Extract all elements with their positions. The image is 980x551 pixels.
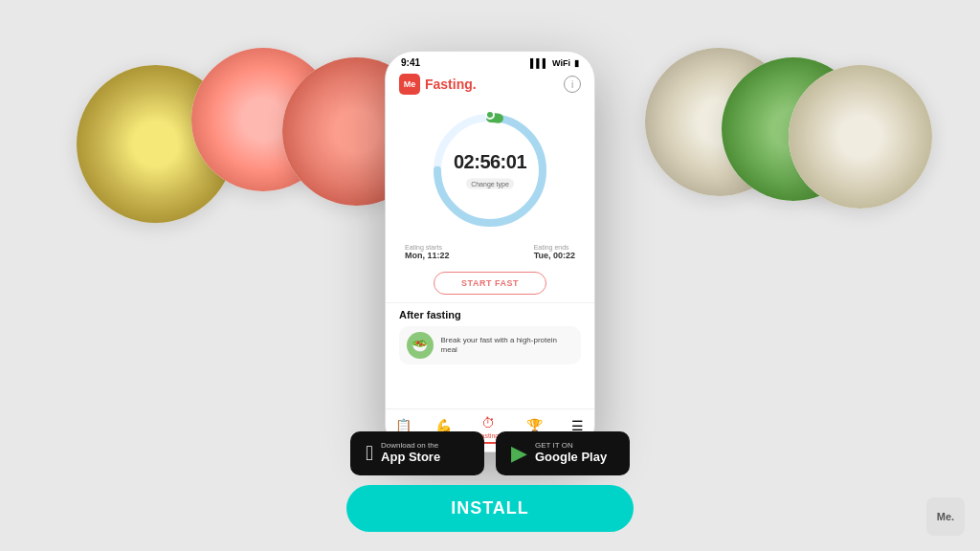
wifi-icon: WiFi (552, 58, 570, 68)
timer-value: 02:56:01 (454, 151, 526, 173)
play-icon: ▶ (511, 441, 527, 466)
google-play-top-text: GET IT ON (535, 442, 607, 450)
google-play-bottom-text: Google Play (535, 450, 607, 465)
apple-icon:  (366, 441, 373, 466)
me-badge: Me. (926, 497, 965, 536)
info-icon[interactable]: i (564, 76, 581, 93)
status-bar: 9:41 ▌▌▌ WiFi ▮ (386, 52, 594, 70)
bottom-section:  Download on the App Store ▶ GET IT ON … (346, 431, 634, 532)
app-store-text: Download on the App Store (381, 442, 440, 465)
after-fasting-title: After fasting (399, 309, 581, 320)
google-play-button[interactable]: ▶ GET IT ON Google Play (496, 431, 630, 475)
eating-ends-col: Eating ends Tue, 00:22 (534, 244, 575, 260)
app-logo: Me Fasting. (399, 74, 477, 95)
plate-avocado (645, 48, 793, 196)
app-store-button[interactable]:  Download on the App Store (350, 431, 484, 475)
timer-dot (485, 110, 495, 120)
phone-screen: 9:41 ▌▌▌ WiFi ▮ Me Fasting. i (385, 51, 595, 452)
eating-ends-value: Tue, 00:22 (534, 251, 575, 260)
timer-text: 02:56:01 Change type (454, 151, 526, 190)
status-time: 9:41 (401, 57, 420, 68)
after-fasting-section: After fasting 🥗 Break your fast with a h… (386, 302, 594, 368)
meal-text: Break your fast with a high-protein meal (441, 336, 573, 356)
google-play-text: GET IT ON Google Play (535, 442, 607, 465)
timer-section: 02:56:01 Change type (386, 100, 594, 240)
eating-starts-value: Mon, 11:22 (405, 251, 450, 260)
install-button[interactable]: INSTALL (346, 485, 634, 532)
meal-card: 🥗 Break your fast with a high-protein me… (399, 326, 581, 364)
plate-oatmeal (789, 65, 932, 209)
eating-starts-label: Eating starts (405, 244, 442, 251)
plate-pasta (77, 65, 234, 223)
plate-asparagus (191, 48, 335, 191)
app-name: Fasting. (425, 77, 477, 92)
phone-mockup: 9:41 ▌▌▌ WiFi ▮ Me Fasting. i (385, 51, 595, 452)
store-buttons:  Download on the App Store ▶ GET IT ON … (350, 431, 630, 475)
app-header: Me Fasting. i (386, 70, 594, 100)
eating-info: Eating starts Mon, 11:22 Eating ends Tue… (386, 240, 594, 264)
timer-circle: 02:56:01 Change type (428, 108, 552, 232)
app-store-top-text: Download on the (381, 442, 440, 450)
battery-icon: ▮ (574, 58, 579, 68)
eating-ends-label: Eating ends (534, 244, 569, 251)
change-type-button[interactable]: Change type (466, 179, 514, 189)
fasting-icon: ⏱ (481, 415, 495, 430)
logo-icon: Me (399, 74, 420, 95)
plate-greensoup (722, 57, 865, 201)
start-fast-button[interactable]: START FAST (434, 272, 546, 295)
meal-icon: 🥗 (407, 332, 434, 359)
status-icons: ▌▌▌ WiFi ▮ (530, 58, 579, 68)
eating-starts-col: Eating starts Mon, 11:22 (405, 244, 450, 260)
signal-icon: ▌▌▌ (530, 58, 548, 68)
app-store-bottom-text: App Store (381, 450, 440, 465)
